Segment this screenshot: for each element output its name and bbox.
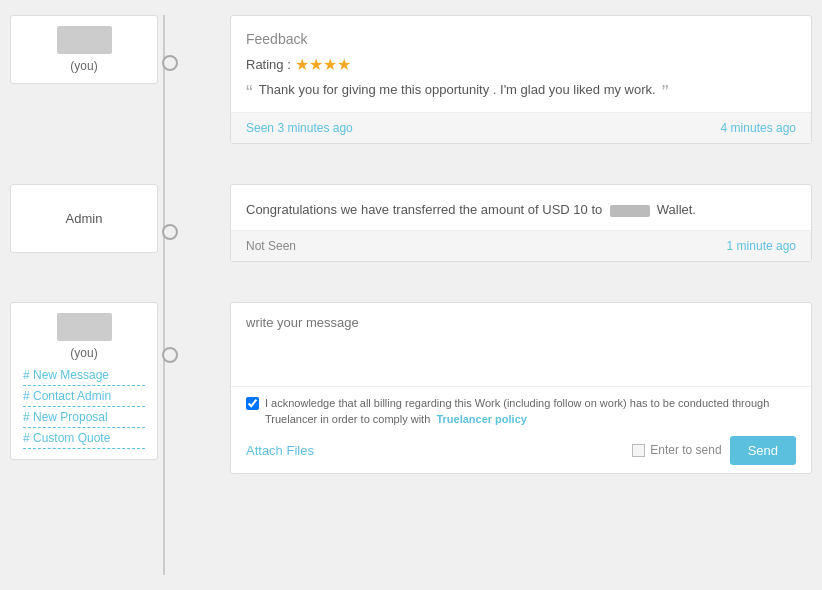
admin-time: 1 minute ago [727,239,796,253]
compose-you-label: (you) [23,346,145,360]
feedback-title: Feedback [246,31,796,47]
compose-row: (you) # New Message # Contact Admin # Ne… [10,302,812,474]
message-textarea[interactable] [231,303,811,383]
connector-dot-3 [162,347,178,363]
seen-status: Seen 3 minutes ago [246,121,353,135]
compose-you-avatar-image [57,313,112,341]
transfer-text-end: Wallet. [657,202,696,217]
admin-avatar-card: Admin [10,184,158,253]
admin-message-slot: Congratulations we have transferred the … [200,184,812,282]
close-quote-icon: ” [662,82,669,102]
feedback-left-slot: (you) [10,15,200,164]
policy-link[interactable]: Truelancer policy [436,413,526,425]
send-button[interactable]: Send [730,436,796,465]
contact-admin-link[interactable]: # Contact Admin [23,386,145,407]
rating-label: Rating : [246,57,291,72]
seen-time: 3 minutes ago [277,121,352,135]
open-quote-icon: “ [246,82,253,102]
admin-left-slot: Admin [10,184,200,282]
wallet-blur [610,205,650,217]
action-links: # New Message # Contact Admin # New Prop… [23,360,145,449]
feedback-avatar-card: (you) [10,15,158,84]
admin-footer: Not Seen 1 minute ago [231,230,811,261]
compose-footer: I acknowledge that all billing regarding… [231,386,811,473]
transfer-text: Congratulations we have transferred the … [246,200,796,220]
admin-label: Admin [23,195,145,242]
feedback-footer: Seen 3 minutes ago 4 minutes ago [231,112,811,143]
compose-message-slot: I acknowledge that all billing regarding… [200,302,812,474]
compose-actions: Attach Files Enter to send Send [246,436,796,465]
not-seen-label: Not Seen [246,239,296,253]
acknowledge-text: I acknowledge that all billing regarding… [265,395,796,428]
admin-row: Admin Congratulations we have transferre… [10,184,812,282]
enter-to-send-container: Enter to send [632,443,721,457]
feedback-quote-text: Thank you for giving me this opportunity… [259,82,656,97]
admin-message-body: Congratulations we have transferred the … [231,185,811,230]
rating-row: Rating : ★★★★ [246,55,796,74]
acknowledge-row: I acknowledge that all billing regarding… [246,395,796,428]
feedback-row: (you) Feedback Rating : ★★★★ “ Thank you… [10,15,812,164]
attach-files-link[interactable]: Attach Files [246,443,314,458]
you-avatar-label: (you) [23,59,145,73]
new-message-link[interactable]: # New Message [23,365,145,386]
compose-card: I acknowledge that all billing regarding… [230,302,812,474]
feedback-message-card: Feedback Rating : ★★★★ “ Thank you for g… [230,15,812,144]
feedback-message-slot: Feedback Rating : ★★★★ “ Thank you for g… [200,15,812,164]
transfer-text-start: Congratulations we have transferred the … [246,202,602,217]
you-avatar-image [57,26,112,54]
admin-message-card: Congratulations we have transferred the … [230,184,812,262]
compose-avatar-card: (you) # New Message # Contact Admin # Ne… [10,302,158,460]
feedback-quote: “ Thank you for giving me this opportuni… [246,82,796,102]
enter-to-send-label: Enter to send [650,443,721,457]
acknowledge-checkbox[interactable] [246,397,259,410]
enter-to-send-checkbox[interactable] [632,444,645,457]
seen-label: Seen [246,121,274,135]
new-proposal-link[interactable]: # New Proposal [23,407,145,428]
custom-quote-link[interactable]: # Custom Quote [23,428,145,449]
connector-dot-2 [162,224,178,240]
send-area: Enter to send Send [632,436,796,465]
feedback-message-body: Feedback Rating : ★★★★ “ Thank you for g… [231,16,811,112]
message-time: 4 minutes ago [721,121,796,135]
star-rating: ★★★★ [295,55,351,74]
connector-dot-1 [162,55,178,71]
compose-left-slot: (you) # New Message # Contact Admin # Ne… [10,302,200,474]
